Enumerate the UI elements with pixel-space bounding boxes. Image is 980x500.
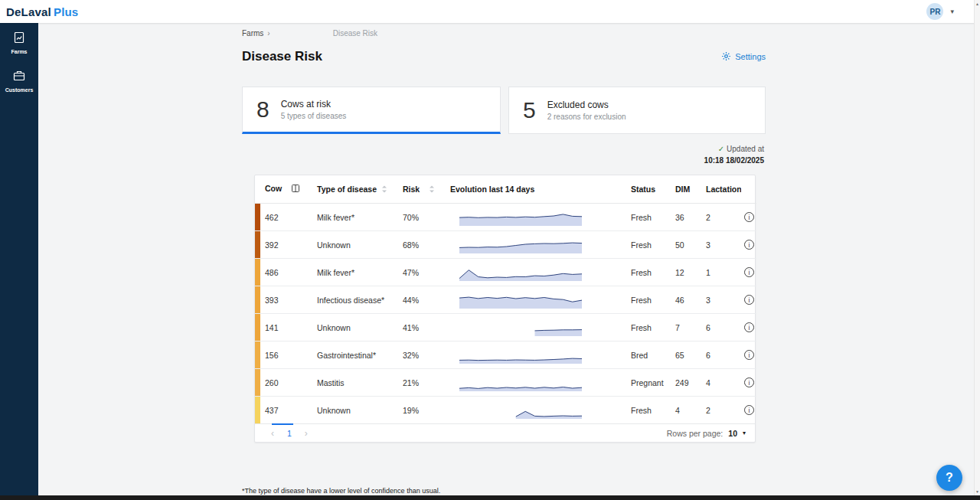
cow-id: 393: [260, 286, 314, 314]
risk-value: 47%: [400, 259, 447, 286]
table-row[interactable]: 486 Milk fever* 47% Fresh 12 1 i: [255, 259, 756, 286]
evolution-sparkline: [459, 319, 582, 337]
table-row[interactable]: 141 Unknown 41% Fresh 7 6 i: [255, 314, 756, 342]
table-row[interactable]: 462 Milk fever* 70% Fresh 36 2 i: [255, 204, 756, 231]
risk-color-bar: [255, 204, 260, 230]
table-row[interactable]: 437 Unknown 19% Fresh 4 2 i: [255, 397, 756, 424]
status: Fresh: [628, 259, 672, 286]
farms-icon: [13, 31, 25, 47]
column-type-of-disease[interactable]: Type of disease: [314, 175, 400, 204]
rows-per-page-value: 10: [728, 429, 737, 438]
disease-type: Mastitis: [314, 369, 400, 397]
info-icon[interactable]: i: [744, 350, 754, 360]
sort-icon[interactable]: [381, 185, 387, 194]
info-icon[interactable]: i: [744, 377, 754, 387]
disease-type: Gastrointestinal*: [314, 342, 400, 369]
info-icon[interactable]: i: [744, 240, 754, 250]
status: Pregnant: [628, 369, 672, 397]
top-bar: DeLavalPlus PR ▾: [0, 0, 980, 23]
risk-color-bar: [255, 259, 260, 286]
avatar[interactable]: PR: [926, 3, 943, 20]
scrollbar[interactable]: ▲ ▼: [974, 0, 980, 495]
column-status: Status: [628, 175, 672, 204]
card-value: 8: [256, 96, 270, 123]
status: Fresh: [628, 314, 672, 342]
column-risk[interactable]: Risk: [400, 175, 447, 204]
disease-footnote: *The type of disease have a lower level …: [242, 487, 440, 495]
app-logo: DeLavalPlus: [6, 5, 78, 18]
column-evolution: Evolution last 14 days: [447, 175, 628, 204]
evolution-sparkline: [459, 263, 582, 282]
dim: 4: [672, 397, 703, 424]
risk-value: 44%: [400, 286, 447, 314]
status: Fresh: [628, 204, 672, 231]
dim: 50: [672, 231, 703, 259]
user-menu[interactable]: PR ▾: [926, 3, 954, 20]
rows-per-page-label: Rows per page:: [667, 429, 724, 438]
next-page-button[interactable]: ›: [298, 428, 315, 439]
table-row[interactable]: 260 Mastitis 21% Pregnant 249 4 i: [255, 369, 756, 397]
evolution-sparkline: [459, 401, 582, 420]
info-icon[interactable]: i: [744, 212, 754, 222]
summary-card-cows-at-risk[interactable]: 8 Cows at risk 5 types of diseases: [242, 87, 501, 134]
disease-type: Infectious disease*: [314, 286, 400, 314]
window-bottom-edge: [0, 495, 980, 500]
help-button[interactable]: ?: [936, 465, 962, 491]
card-title: Cows at risk: [281, 99, 347, 109]
breadcrumb-current: Disease Risk: [333, 29, 377, 38]
breadcrumb-farms[interactable]: Farms: [242, 29, 263, 38]
risk-value: 68%: [400, 231, 447, 259]
scroll-down-icon[interactable]: ▼: [975, 489, 979, 494]
card-title: Excluded cows: [547, 100, 626, 110]
risk-value: 32%: [400, 342, 447, 369]
disease-risk-table-card: Cow Type of disease: [254, 175, 756, 443]
risk-value: 70%: [400, 204, 447, 231]
cow-id: 141: [260, 314, 314, 342]
dim: 7: [672, 314, 703, 342]
summary-card-excluded-cows[interactable]: 5 Excluded cows 2 reasons for exclusion: [508, 87, 766, 134]
table-row[interactable]: 393 Infectious disease* 44% Fresh 46 3 i: [255, 286, 756, 314]
lactation-nr: 2: [703, 397, 741, 424]
rows-per-page-select[interactable]: Rows per page: 10 ▾: [667, 429, 746, 438]
lactation-nr: 6: [703, 314, 741, 342]
risk-value: 41%: [400, 314, 447, 342]
sidebar-item-farms[interactable]: Farms: [0, 23, 38, 61]
lactation-nr: 1: [703, 259, 741, 286]
info-icon[interactable]: i: [744, 295, 754, 305]
status: Fresh: [628, 231, 672, 259]
cow-id: 486: [260, 259, 314, 286]
risk-color-bar: [255, 369, 260, 396]
main-content: Farms › Disease Risk Disease Risk Settin…: [242, 23, 766, 443]
lactation-nr: 2: [703, 204, 741, 231]
info-icon[interactable]: i: [744, 322, 754, 332]
sidebar-item-customers[interactable]: Customers: [0, 61, 38, 100]
table-row[interactable]: 392 Unknown 68% Fresh 50 3 i: [255, 231, 756, 259]
dim: 36: [672, 204, 703, 231]
chevron-down-icon[interactable]: ▾: [950, 8, 954, 15]
page-number[interactable]: 1: [281, 429, 298, 438]
scroll-up-icon[interactable]: ▲: [975, 2, 979, 6]
evolution-sparkline: [459, 374, 582, 392]
risk-color-bar: [255, 314, 260, 341]
disease-type: Unknown: [314, 314, 400, 342]
previous-page-button[interactable]: ‹: [264, 428, 281, 439]
card-subtitle: 2 reasons for exclusion: [547, 113, 626, 121]
active-page-indicator: [272, 423, 293, 425]
disease-type: Milk fever*: [314, 259, 400, 286]
cow-id: 260: [260, 369, 314, 397]
dim: 46: [672, 286, 703, 314]
lactation-nr: 6: [703, 342, 741, 369]
sort-icon[interactable]: [429, 185, 435, 194]
status: Bred: [628, 342, 672, 369]
risk-color-bar: [255, 342, 260, 368]
columns-icon[interactable]: [291, 185, 300, 194]
disease-type: Unknown: [314, 397, 400, 424]
risk-color-bar: [255, 397, 260, 423]
info-icon[interactable]: i: [744, 405, 754, 415]
column-lactation: Lactation nr.: [703, 175, 741, 204]
settings-button[interactable]: Settings: [721, 51, 766, 63]
brand-primary: DeLaval: [6, 5, 51, 18]
info-icon[interactable]: i: [744, 267, 754, 277]
cow-id: 156: [260, 342, 314, 369]
table-row[interactable]: 156 Gastrointestinal* 32% Bred 65 6 i: [255, 342, 756, 369]
